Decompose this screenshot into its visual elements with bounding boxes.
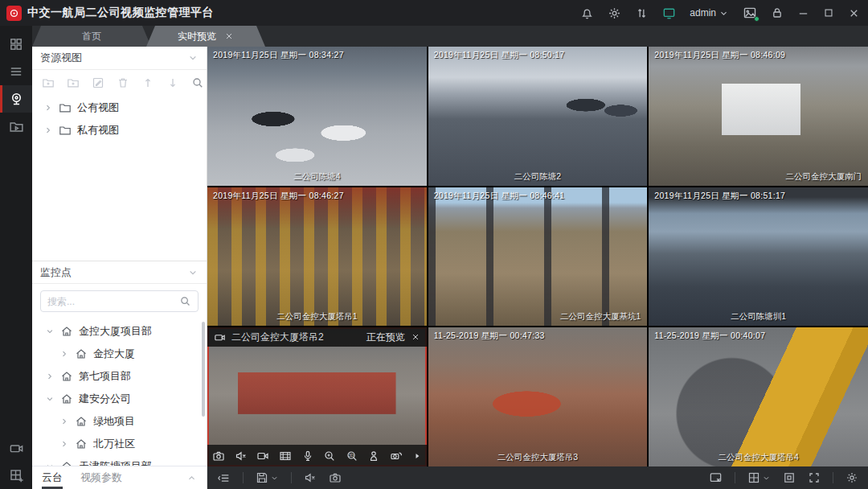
screen-cast-icon[interactable] bbox=[662, 6, 676, 20]
caret-right-icon[interactable] bbox=[59, 439, 69, 449]
grid-layout-icon bbox=[747, 471, 760, 484]
resource-view-header[interactable]: 资源视图 bbox=[32, 47, 207, 70]
tab-close-icon[interactable] bbox=[224, 31, 234, 41]
mute-all-speaker-icon[interactable] bbox=[304, 471, 317, 484]
video-cell-5[interactable]: 2019年11月25日 星期一 08:46:41 二公司金控大厦基坑1 bbox=[428, 187, 648, 327]
app-logo-icon bbox=[6, 6, 22, 21]
tree-item-site[interactable]: 金控大厦项目部 bbox=[32, 320, 207, 343]
video-timestamp: 2019年11月25日 星期一 08:46:27 bbox=[213, 191, 344, 202]
search-input[interactable] bbox=[47, 296, 179, 307]
user-menu[interactable]: admin bbox=[690, 7, 729, 18]
video-cell-1[interactable]: 2019年11月25日 星期一 08:34:27 二公司陈塘4 bbox=[207, 47, 427, 186]
tree-scrollbar[interactable] bbox=[202, 322, 205, 417]
mute-speaker-icon[interactable] bbox=[235, 450, 248, 462]
caret-down-icon[interactable] bbox=[45, 327, 55, 336]
close-all-videos-icon[interactable] bbox=[709, 471, 723, 485]
snapshot-gallery-icon[interactable] bbox=[743, 6, 757, 20]
video-cell-6[interactable]: 2019年11月25日 星期一 08:51:17 二公司陈塘圳1 bbox=[649, 187, 868, 327]
video-cell-8[interactable]: 11-25-2019 星期一 00:47:33 二公司金控大厦塔吊3 bbox=[428, 327, 648, 466]
record-video-icon[interactable] bbox=[256, 450, 269, 462]
caret-right-icon[interactable] bbox=[43, 103, 53, 113]
tree-item-site[interactable]: 建安分公司 bbox=[32, 388, 207, 410]
digital-zoom-icon[interactable] bbox=[323, 450, 336, 462]
search-box[interactable] bbox=[40, 290, 199, 312]
maximize-button[interactable] bbox=[823, 7, 834, 18]
video-cell-9[interactable]: 11-25-2019 星期一 00:40:07 二公司金控大厦塔吊4 bbox=[649, 327, 868, 466]
video-timestamp: 11-25-2019 星期一 00:47:33 bbox=[434, 331, 545, 342]
video-cell-2[interactable]: 2019年11月25日 星期一 08:50:17 二公司陈塘2 bbox=[428, 47, 648, 186]
settings-gear-icon[interactable] bbox=[845, 471, 858, 484]
chevron-down-icon bbox=[762, 474, 771, 483]
folder-icon bbox=[59, 124, 72, 137]
resource-view-title: 资源视图 bbox=[40, 51, 82, 65]
app-window: 中交一航局二公司视频监控管理平台 admin bbox=[0, 0, 868, 489]
chevron-down-icon bbox=[187, 52, 199, 64]
rail-video-call-icon[interactable] bbox=[0, 434, 32, 462]
resource-tree: 公有视图 私有视图 bbox=[32, 95, 207, 261]
microphone-icon[interactable] bbox=[301, 450, 314, 462]
instant-playback-icon[interactable] bbox=[279, 450, 292, 462]
tab-live-preview[interactable]: 实时预览 bbox=[146, 26, 265, 47]
tab-home[interactable]: 首页 bbox=[32, 26, 151, 47]
tree-item-public-views[interactable]: 公有视图 bbox=[32, 97, 207, 119]
tree-item-site[interactable]: 天津陈塘项目部 bbox=[32, 455, 207, 466]
caret-right-icon[interactable] bbox=[43, 125, 53, 135]
caret-right-icon[interactable] bbox=[45, 372, 55, 381]
tree-item-site[interactable]: 金控大厦 bbox=[32, 343, 207, 365]
delete-trash-icon[interactable] bbox=[117, 76, 129, 89]
search-icon[interactable] bbox=[179, 295, 191, 307]
rail-wall-add-icon[interactable] bbox=[0, 462, 32, 489]
tree-item-site[interactable]: 第七项目部 bbox=[32, 365, 207, 388]
video-cell-4[interactable]: 2019年11月25日 星期一 08:46:27 二公司金控大厦塔吊1 bbox=[207, 187, 427, 327]
rail-dashboard-grid-icon[interactable] bbox=[0, 31, 32, 58]
video-timestamp: 2019年11月25日 星期一 08:50:17 bbox=[434, 50, 565, 61]
tree-item-private-views[interactable]: 私有视图 bbox=[32, 119, 207, 142]
save-view-button[interactable] bbox=[256, 471, 279, 484]
data-flow-sort-icon[interactable] bbox=[635, 6, 649, 20]
settings-gear-icon[interactable] bbox=[608, 6, 621, 20]
collapse-chevron-up-icon[interactable] bbox=[186, 473, 197, 483]
lock-icon[interactable] bbox=[771, 6, 784, 19]
snapshot-camera-icon[interactable] bbox=[212, 450, 225, 462]
caret-down-icon[interactable] bbox=[45, 394, 55, 404]
ptz-control-icon[interactable] bbox=[390, 450, 403, 462]
grid-layout-button[interactable] bbox=[747, 471, 771, 484]
add-view-icon[interactable] bbox=[67, 76, 80, 89]
popout-window-icon[interactable] bbox=[783, 471, 796, 484]
edit-icon[interactable] bbox=[92, 76, 104, 89]
tree-item-site[interactable]: 北万社区 bbox=[32, 433, 207, 455]
snapshot-all-camera-icon[interactable] bbox=[329, 471, 342, 484]
chevron-down-icon bbox=[187, 267, 199, 278]
more-tools-arrow-icon[interactable] bbox=[412, 451, 422, 461]
new-folder-icon[interactable] bbox=[42, 76, 55, 89]
rail-menu-list-icon[interactable] bbox=[0, 58, 32, 85]
caret-right-icon[interactable] bbox=[59, 417, 69, 426]
rail-live-camera-icon[interactable] bbox=[0, 85, 32, 113]
video-timestamp: 2019年11月25日 星期一 08:51:17 bbox=[654, 191, 785, 202]
minimize-button[interactable] bbox=[797, 7, 809, 19]
search-icon[interactable] bbox=[191, 76, 204, 89]
camera-name: 二公司陈塘4 bbox=[207, 171, 427, 183]
person-tag-icon[interactable] bbox=[367, 450, 380, 462]
collapse-panel-icon[interactable] bbox=[217, 471, 231, 485]
camera-icon bbox=[214, 331, 226, 343]
video-cell-7-selected[interactable]: 二公司金控大厦塔吊2 正在预览 bbox=[207, 327, 427, 466]
caret-down-icon[interactable] bbox=[45, 462, 55, 466]
rail-playback-folder-icon[interactable] bbox=[0, 113, 32, 140]
monitor-points-header[interactable]: 监控点 bbox=[32, 261, 207, 284]
preview-status: 正在预览 bbox=[366, 331, 405, 344]
tree-item-label: 北万社区 bbox=[93, 437, 135, 451]
tab-ptz[interactable]: 云台 bbox=[42, 466, 63, 489]
move-down-icon[interactable] bbox=[166, 76, 179, 89]
video-timestamp: 11-25-2019 星期一 00:40:07 bbox=[654, 331, 765, 342]
close-button[interactable] bbox=[848, 7, 860, 19]
close-video-icon[interactable] bbox=[411, 332, 420, 342]
tree-item-site[interactable]: 绿地项目 bbox=[32, 410, 207, 433]
3d-zoom-icon[interactable] bbox=[346, 450, 358, 462]
caret-right-icon[interactable] bbox=[59, 349, 69, 359]
move-up-icon[interactable] bbox=[141, 76, 154, 89]
notifications-bell-icon[interactable] bbox=[580, 6, 594, 20]
tab-video-params[interactable]: 视频参数 bbox=[80, 466, 122, 489]
video-cell-3[interactable]: 2019年11月25日 星期一 08:46:09 二公司金控大厦南门 bbox=[649, 47, 868, 186]
fullscreen-icon[interactable] bbox=[808, 471, 821, 484]
